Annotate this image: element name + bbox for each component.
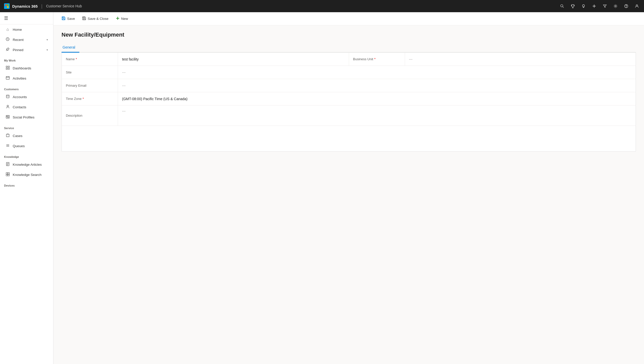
name-value-cell[interactable] bbox=[118, 53, 349, 66]
lightbulb-icon[interactable] bbox=[580, 3, 587, 9]
sidebar-item-label: Accounts bbox=[13, 95, 48, 99]
sidebar-item-label: Knowledge Search bbox=[13, 173, 48, 177]
business-unit-value-cell[interactable]: --- bbox=[405, 53, 636, 66]
sidebar-item-knowledge-articles[interactable]: Knowledge Articles bbox=[1, 160, 52, 170]
sidebar-item-social-profiles[interactable]: Social Profiles bbox=[1, 112, 52, 122]
svg-rect-21 bbox=[8, 68, 9, 69]
new-button[interactable]: New bbox=[113, 15, 131, 23]
svg-rect-0 bbox=[5, 4, 7, 6]
svg-point-14 bbox=[626, 7, 626, 7]
sidebar-item-label: Knowledge Articles bbox=[13, 163, 48, 166]
settings-icon[interactable] bbox=[612, 3, 619, 9]
sidebar-section-service: Service bbox=[0, 123, 53, 131]
svg-rect-20 bbox=[6, 68, 7, 69]
description-value: --- bbox=[122, 109, 126, 113]
home-icon: ⌂ bbox=[5, 27, 10, 32]
activities-icon bbox=[5, 76, 10, 81]
save-button[interactable]: Save bbox=[58, 15, 78, 23]
form-row-timezone: Time Zone * (GMT-08:00) Pacific Time (US… bbox=[62, 92, 636, 105]
name-input[interactable] bbox=[122, 57, 345, 61]
plus-icon[interactable] bbox=[591, 3, 597, 9]
user-icon[interactable] bbox=[634, 3, 640, 9]
timezone-label: Time Zone * bbox=[62, 92, 118, 105]
pin-icon bbox=[5, 48, 10, 52]
sidebar-item-pinned[interactable]: Pinned ▾ bbox=[1, 45, 52, 55]
dashboards-icon bbox=[5, 66, 10, 71]
new-label: New bbox=[121, 17, 128, 21]
help-icon[interactable] bbox=[623, 3, 629, 9]
save-close-button[interactable]: Save & Close bbox=[79, 15, 112, 23]
sidebar-item-dashboards[interactable]: Dashboards bbox=[1, 63, 52, 73]
sidebar-item-accounts[interactable]: Accounts bbox=[1, 92, 52, 102]
business-unit-value: --- bbox=[409, 57, 413, 61]
sidebar-item-label: Social Profiles bbox=[13, 115, 48, 119]
description-label: Description bbox=[62, 105, 118, 126]
svg-rect-18 bbox=[6, 66, 7, 67]
cases-icon bbox=[5, 133, 10, 138]
name-label-text: Name bbox=[66, 57, 75, 61]
sidebar-item-label: Contacts bbox=[13, 105, 48, 109]
svg-point-4 bbox=[561, 5, 563, 7]
sidebar-item-home[interactable]: ⌂ Home bbox=[1, 25, 52, 34]
timezone-value-cell[interactable]: (GMT-08:00) Pacific Time (US & Canada) bbox=[118, 92, 270, 105]
save-icon bbox=[62, 16, 66, 21]
recent-icon bbox=[5, 37, 10, 42]
svg-rect-19 bbox=[8, 66, 9, 67]
top-navigation: Dynamics 365 | Customer Service Hub bbox=[0, 0, 644, 12]
svg-rect-46 bbox=[63, 17, 64, 18]
svg-rect-43 bbox=[6, 174, 8, 176]
svg-point-12 bbox=[615, 6, 616, 7]
business-unit-label-text: Business Unit bbox=[353, 57, 373, 61]
hamburger-icon[interactable]: ☰ bbox=[4, 16, 8, 21]
form-row-name: Name * Business Unit * --- bbox=[62, 53, 636, 66]
sidebar-item-label: Cases bbox=[13, 134, 48, 138]
svg-point-28 bbox=[7, 105, 8, 107]
site-label: Site bbox=[62, 66, 118, 79]
svg-line-17 bbox=[6, 50, 7, 51]
svg-line-5 bbox=[563, 7, 564, 8]
form-row-spacer bbox=[62, 126, 636, 151]
primary-email-label-text: Primary Email bbox=[66, 84, 86, 87]
sidebar-item-recent[interactable]: Recent ▾ bbox=[1, 35, 52, 45]
sidebar-section-customers: Customers bbox=[0, 84, 53, 92]
svg-point-30 bbox=[7, 116, 7, 117]
svg-rect-44 bbox=[8, 174, 9, 176]
svg-rect-41 bbox=[6, 173, 8, 174]
name-required: * bbox=[76, 57, 77, 61]
timezone-required: * bbox=[83, 97, 84, 101]
svg-rect-45 bbox=[63, 19, 64, 20]
accounts-icon bbox=[5, 95, 10, 99]
description-label-text: Description bbox=[66, 114, 82, 117]
svg-rect-3 bbox=[7, 6, 9, 8]
main-content: Save Save & Close New New Facility/Equip… bbox=[53, 12, 644, 364]
knowledge-articles-icon bbox=[5, 162, 10, 167]
sidebar-item-label: Activities bbox=[13, 77, 48, 80]
app-name: Customer Service Hub bbox=[46, 4, 82, 8]
toolbar: Save Save & Close New bbox=[53, 12, 644, 25]
sidebar-item-activities[interactable]: Activities bbox=[1, 73, 52, 83]
sidebar-item-knowledge-search[interactable]: Knowledge Search bbox=[1, 170, 52, 180]
sidebar-item-label: Recent bbox=[13, 38, 44, 42]
new-icon bbox=[116, 16, 120, 21]
primary-email-value: --- bbox=[122, 84, 126, 88]
sidebar-item-cases[interactable]: Cases bbox=[1, 131, 52, 141]
search-icon[interactable] bbox=[559, 3, 565, 9]
form-row-site: Site --- bbox=[62, 66, 636, 79]
sidebar-section-knowledge: Knowledge bbox=[0, 151, 53, 159]
description-value-cell[interactable]: --- bbox=[118, 105, 219, 126]
form-tabs: General bbox=[62, 43, 636, 53]
svg-rect-48 bbox=[83, 17, 85, 18]
svg-rect-26 bbox=[6, 95, 9, 98]
tab-general[interactable]: General bbox=[62, 43, 79, 53]
contacts-icon bbox=[5, 105, 10, 110]
filter-icon[interactable] bbox=[602, 3, 608, 9]
trophy-icon[interactable] bbox=[570, 3, 576, 9]
sidebar-item-contacts[interactable]: Contacts bbox=[1, 102, 52, 112]
site-value-cell[interactable]: --- bbox=[118, 66, 219, 79]
timezone-label-text: Time Zone bbox=[66, 97, 82, 101]
form-area: New Facility/Equipment General Name * Bu… bbox=[53, 25, 644, 364]
primary-email-value-cell[interactable]: --- bbox=[118, 79, 219, 92]
sidebar-item-queues[interactable]: Queues bbox=[1, 141, 52, 151]
site-value: --- bbox=[122, 70, 126, 74]
timezone-value: (GMT-08:00) Pacific Time (US & Canada) bbox=[122, 97, 188, 101]
